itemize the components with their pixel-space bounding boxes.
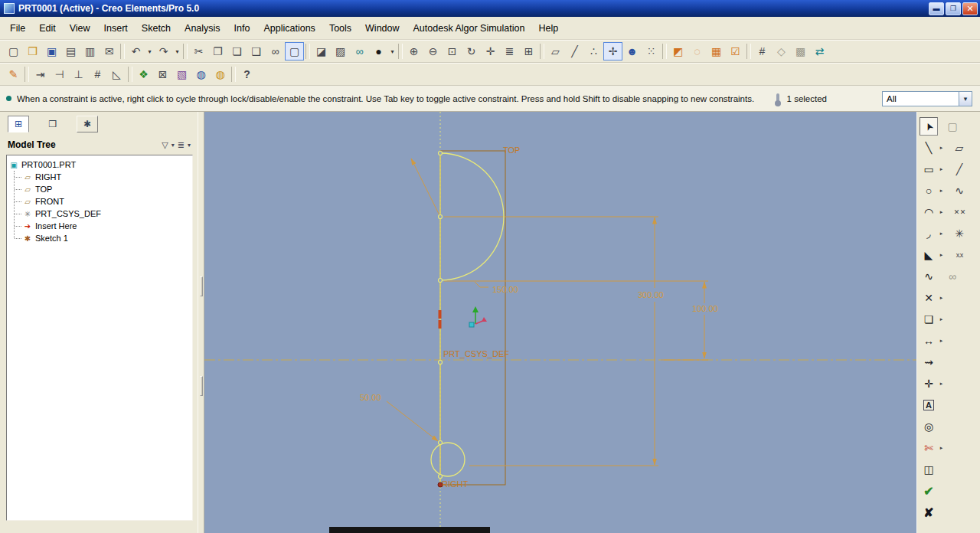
menu-edit[interactable]: Edit — [32, 20, 63, 37]
use-edge-button[interactable]: ❏ — [920, 310, 938, 329]
mirror-button[interactable]: ◫ — [920, 460, 938, 479]
fillet-tool-button[interactable]: ◞ — [920, 224, 938, 243]
chamfer-tool-button[interactable]: ◣ — [920, 246, 938, 264]
point-tool-button[interactable]: ✕ — [920, 289, 938, 307]
tree-filter-dropdown[interactable]: ▾ — [171, 138, 175, 152]
sketch-vertex[interactable] — [439, 279, 443, 283]
folder-browser-tab[interactable]: ❒ — [42, 116, 64, 132]
text-tool-button[interactable]: A — [920, 396, 938, 414]
menu-sketch[interactable]: Sketch — [135, 20, 178, 37]
print-preview-button[interactable]: ▥ — [80, 42, 100, 60]
import-section-button[interactable]: ⇥ — [31, 65, 50, 83]
sketch-vertex[interactable] — [439, 475, 443, 479]
highlight-open-ends-button[interactable]: ◌ — [688, 42, 707, 60]
splitter-grip[interactable] — [200, 276, 203, 296]
sketch-canvas[interactable]: TOP PRT_CSYS_DEF RIGHT 150.00 300.00 100… — [204, 112, 916, 533]
grid-toggle-button[interactable]: # — [88, 65, 107, 83]
eraser-button[interactable]: ⊠ — [153, 65, 172, 83]
menu-insert[interactable]: Insert — [97, 20, 135, 37]
regenerate-button[interactable]: ⇄ — [810, 42, 829, 60]
tree-item[interactable]: ➔ Insert Here — [22, 220, 191, 232]
menu-view[interactable]: View — [63, 20, 97, 37]
sketch-vertex[interactable] — [439, 441, 443, 445]
menu-file[interactable]: File — [3, 20, 32, 37]
redo-button[interactable]: ↷ — [154, 42, 173, 60]
constrain-button[interactable]: ✛ — [920, 374, 938, 393]
combo-dropdown-button[interactable]: ▾ — [959, 92, 972, 106]
tree-filter-button[interactable]: ▽ — [161, 138, 168, 152]
spectacles-button[interactable]: ∞ — [350, 42, 369, 60]
line-tool-button[interactable]: ╲ — [920, 139, 938, 157]
appearance-button[interactable]: ◍ — [211, 65, 230, 83]
orient-button[interactable]: ✛ — [481, 42, 500, 60]
flyout-arrow-icon[interactable]: ▸ — [938, 166, 945, 172]
flyout-arrow-icon[interactable]: ▸ — [938, 381, 945, 387]
datum-axis-toggle[interactable]: ╱ — [565, 42, 584, 60]
conic-button[interactable]: ∿ — [950, 181, 969, 200]
shading-dropdown[interactable]: ▾ — [388, 42, 397, 60]
dimension-leader-50[interactable] — [387, 401, 438, 441]
offset-button[interactable]: ◎ — [920, 417, 938, 436]
refit-button[interactable]: ⊡ — [443, 42, 462, 60]
view-manager-button[interactable]: ⊞ — [519, 42, 538, 60]
menu-analysis[interactable]: Analysis — [178, 20, 227, 37]
cut-button[interactable]: ✂ — [189, 42, 208, 60]
web-button[interactable]: ◍ — [191, 65, 211, 83]
flyout-arrow-icon[interactable]: ▸ — [938, 231, 945, 237]
dimension-text-300[interactable]: 300.00 — [638, 290, 664, 299]
menu-tools[interactable]: Tools — [322, 20, 358, 37]
flyout-arrow-icon[interactable]: ▸ — [938, 145, 945, 151]
done-button[interactable]: ✔ — [920, 482, 938, 500]
csys-display-toggle[interactable]: ✢ — [603, 42, 622, 60]
panel-splitter[interactable] — [198, 112, 204, 533]
model-tree-tab[interactable]: ⊞ — [8, 116, 29, 132]
divide-point-button[interactable]: ✕ ✕ — [950, 203, 969, 221]
rectangle-tool-button[interactable]: ▭ — [920, 160, 938, 178]
menu-window[interactable]: Window — [358, 20, 406, 37]
select-items-button[interactable]: ▢ — [285, 42, 304, 60]
section-toggle-button[interactable]: ⊣ — [50, 65, 69, 83]
datum-point-toggle[interactable]: ∴ — [584, 42, 603, 60]
menu-applications[interactable]: Applications — [256, 20, 322, 37]
selected-entity[interactable] — [439, 310, 442, 319]
minimize-button[interactable]: ▬ — [929, 2, 944, 15]
close-button[interactable]: ✕ — [962, 2, 978, 15]
save-file-button[interactable]: ▣ — [42, 42, 61, 60]
orientation-toggle-button[interactable]: ⊥ — [69, 65, 88, 83]
sketch-vertex[interactable] — [439, 152, 443, 155]
crossing-select-button[interactable]: ▢ — [943, 117, 962, 136]
dimension-leader-150[interactable] — [411, 159, 440, 217]
context-help-button[interactable]: ? — [237, 65, 256, 83]
feature-requirements-button[interactable]: ☑ — [726, 42, 745, 60]
plane-display-button[interactable]: ▨ — [331, 42, 350, 60]
paste-special-button[interactable]: ❑ — [247, 42, 266, 60]
plane-label-top[interactable]: TOP — [503, 146, 520, 155]
slanted-rectangle-button[interactable]: ▱ — [950, 139, 969, 157]
datum-plane-toggle[interactable]: ▱ — [546, 42, 565, 60]
shading-style-button[interactable]: ● — [369, 42, 388, 60]
flyout-arrow-icon[interactable]: ▸ — [938, 445, 945, 451]
spline-tool-button[interactable]: ∿ — [920, 267, 938, 286]
grid-snap-button[interactable]: # — [753, 42, 772, 60]
user-button[interactable]: ☻ — [622, 42, 642, 60]
redo-dropdown[interactable]: ▾ — [173, 42, 181, 60]
arc-tool-button[interactable]: ◠ — [920, 203, 938, 221]
tree-item[interactable]: ▱ FRONT — [22, 195, 191, 208]
overlapping-geometry-button[interactable]: ▦ — [707, 42, 726, 60]
sketch-display-button[interactable]: ◪ — [312, 42, 331, 60]
open-file-button[interactable]: ❒ — [23, 42, 42, 60]
undo-button[interactable]: ↶ — [126, 42, 145, 60]
link-button[interactable]: ∞ — [943, 267, 962, 286]
trim-button[interactable]: ✄ — [920, 439, 938, 457]
menu-help[interactable]: Help — [531, 20, 565, 37]
flyout-arrow-icon[interactable]: ▸ — [938, 209, 945, 215]
new-file-button[interactable]: ▢ — [4, 42, 23, 60]
circle-tool-button[interactable]: ○ — [920, 181, 938, 200]
copy-button[interactable]: ❐ — [208, 42, 227, 60]
sketcher-setup-button[interactable]: ✎ — [4, 65, 23, 83]
tree-item[interactable]: ✳ PRT_CSYS_DEF — [22, 208, 191, 220]
menu-autodesk-algor-simulation[interactable]: Autodesk Algor Simulation — [407, 20, 532, 37]
tree-item[interactable]: ▱ TOP — [22, 183, 191, 195]
delete-segment-button[interactable]: ✳ — [950, 224, 969, 243]
diagnostics-button-1[interactable]: ◇ — [772, 42, 791, 60]
